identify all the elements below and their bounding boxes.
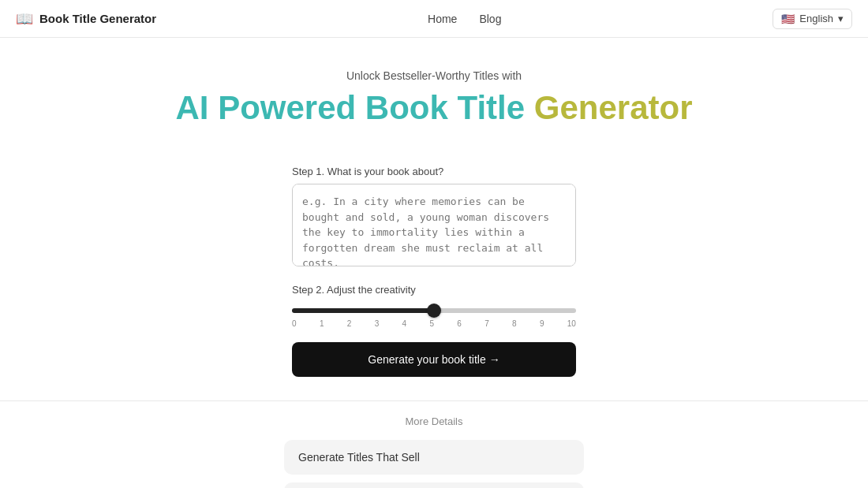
slider-ticks: 0 1 2 3 4 5 6 7 8 9 10 — [292, 319, 576, 328]
hero-title-olive: Generator — [534, 89, 693, 126]
book-description-input[interactable] — [292, 184, 576, 266]
generate-button[interactable]: Generate your book title → — [292, 342, 576, 377]
step1-label: Step 1. What is your book about? — [292, 166, 576, 177]
feature-item-1[interactable]: Data-Driven Insights for Bestseller-Qual… — [284, 482, 584, 488]
nav-blog-link[interactable]: Blog — [479, 13, 501, 25]
hero-title: AI Powered Book Title Generator — [16, 88, 852, 128]
hero-subtitle: Unlock Bestseller-Worthy Titles with — [16, 69, 852, 82]
hero-title-teal: AI Powered Book Title — [175, 89, 533, 126]
more-details-label: More Details — [0, 415, 868, 427]
language-selector[interactable]: 🇺🇸 English ▾ — [773, 9, 852, 29]
navbar: 📖 Book Title Generator Home Blog 🇺🇸 Engl… — [0, 0, 868, 38]
nav-links: Home Blog — [428, 13, 501, 25]
book-icon: 📖 — [16, 10, 33, 28]
form-container: Step 1. What is your book about? Step 2.… — [292, 166, 576, 377]
creativity-slider[interactable] — [292, 308, 576, 313]
chevron-down-icon: ▾ — [838, 13, 844, 24]
nav-home-link[interactable]: Home — [428, 13, 457, 25]
slider-wrapper — [292, 302, 576, 316]
feature-list: Generate Titles That Sell Data-Driven In… — [284, 440, 584, 488]
slider-section: Step 2. Adjust the creativity 0 1 2 3 4 … — [292, 284, 576, 328]
flag-icon: 🇺🇸 — [781, 13, 795, 25]
feature-item-0[interactable]: Generate Titles That Sell — [284, 440, 584, 475]
hero-section: Unlock Bestseller-Worthy Titles with AI … — [0, 38, 868, 143]
brand: 📖 Book Title Generator — [16, 10, 156, 28]
step2-label: Step 2. Adjust the creativity — [292, 284, 576, 296]
more-details-section: More Details Generate Titles That Sell D… — [0, 400, 868, 488]
language-label: English — [799, 13, 833, 24]
brand-title: Book Title Generator — [39, 12, 156, 25]
